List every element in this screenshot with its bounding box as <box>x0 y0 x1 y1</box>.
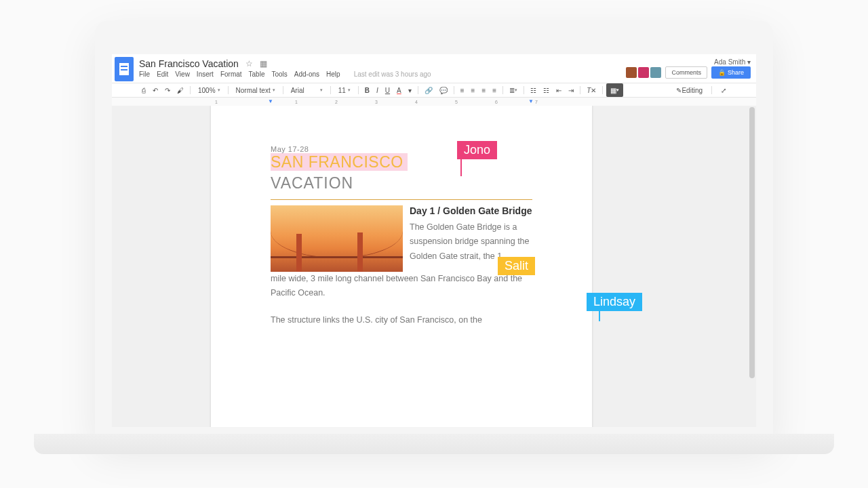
avatar[interactable] <box>650 67 661 78</box>
menu-table[interactable]: Table <box>249 70 265 78</box>
cursor-lindsay <box>599 309 600 321</box>
body-paragraph-1b: mile wide, 3 mile long channel between S… <box>271 272 532 301</box>
laptop-base <box>34 434 834 454</box>
collab-cursor-jono: Jono <box>457 141 497 159</box>
document-area: May 17-28 SAN FRANCISCO VACATION D <box>112 106 756 427</box>
document-title[interactable]: San Francisco Vacation <box>139 58 239 69</box>
numbered-list-icon[interactable]: ☷ <box>528 83 539 97</box>
avatar[interactable] <box>638 67 649 78</box>
bulleted-list-icon[interactable]: ☷ <box>540 83 552 97</box>
font-select[interactable]: Arial▾ <box>287 83 327 97</box>
menu-insert[interactable]: Insert <box>197 70 214 78</box>
link-icon[interactable]: 🔗 <box>422 83 435 97</box>
toolbar: ⎙ ↶ ↷ 🖌 100%▾ Normal text▾ Arial▾ 11▾ B … <box>112 83 756 98</box>
share-button[interactable]: 🔒 Share <box>711 66 751 79</box>
undo-icon[interactable]: ↶ <box>150 83 161 97</box>
lock-icon: 🔒 <box>718 69 726 76</box>
docs-app-icon[interactable] <box>115 57 134 81</box>
style-select[interactable]: Normal text▾ <box>232 83 279 97</box>
highlight-icon[interactable]: ▾ <box>406 83 414 97</box>
last-edit-text: Last edit was 3 hours ago <box>354 70 431 78</box>
folder-icon[interactable]: ▦ <box>260 59 267 68</box>
ruler-left-indent-icon[interactable]: ▼ <box>268 98 273 104</box>
bold-icon[interactable]: B <box>362 83 372 97</box>
paint-format-icon[interactable]: 🖌 <box>174 83 186 97</box>
ruler[interactable]: 1 1 2 3 4 5 6 7 ▼ ▼ <box>112 98 756 106</box>
align-left-icon[interactable]: ≡ <box>458 83 467 97</box>
print-icon[interactable]: ⎙ <box>139 83 149 97</box>
decrease-indent-icon[interactable]: ⇤ <box>553 83 564 97</box>
increase-indent-icon[interactable]: ⇥ <box>566 83 576 97</box>
zoom-select[interactable]: 100%▾ <box>194 83 224 97</box>
account-menu[interactable]: Ada Smith ▾ <box>714 58 751 66</box>
align-justify-icon[interactable]: ≡ <box>490 83 499 97</box>
heading-vacation: VACATION <box>271 174 532 192</box>
italic-icon[interactable]: I <box>374 83 381 97</box>
underline-icon[interactable]: U <box>382 83 393 97</box>
comment-icon[interactable]: 💬 <box>437 83 450 97</box>
menu-tools[interactable]: Tools <box>271 70 287 78</box>
menu-edit[interactable]: Edit <box>157 70 168 78</box>
editing-mode-button[interactable]: ✎ Editing <box>673 87 705 94</box>
heading-sf: SAN FRANCISCO <box>271 153 408 171</box>
redo-icon[interactable]: ↷ <box>162 83 173 97</box>
collaborator-avatars[interactable] <box>626 67 661 78</box>
day-heading: Day 1 / Golden Gate Bridge <box>410 205 532 216</box>
golden-gate-image[interactable] <box>271 205 403 272</box>
collab-cursor-lindsay: Lindsay <box>587 293 642 311</box>
align-center-icon[interactable]: ≡ <box>469 83 478 97</box>
page[interactable]: May 17-28 SAN FRANCISCO VACATION D <box>211 106 592 427</box>
menu-file[interactable]: File <box>139 70 150 78</box>
fontsize-select[interactable]: 11▾ <box>334 83 355 97</box>
text-color-icon[interactable]: A <box>394 83 404 97</box>
expand-icon[interactable]: ⤢ <box>718 87 729 94</box>
avatar[interactable] <box>626 67 637 78</box>
menu-view[interactable]: View <box>175 70 190 78</box>
menu-help[interactable]: Help <box>326 70 340 78</box>
collab-cursor-salit: Salit <box>498 257 535 275</box>
share-label: Share <box>728 69 744 76</box>
cursor-jono <box>460 159 462 176</box>
star-icon[interactable]: ☆ <box>245 59 253 68</box>
menu-format[interactable]: Format <box>220 70 242 78</box>
align-right-icon[interactable]: ≡ <box>479 83 488 97</box>
comments-button[interactable]: Comments <box>665 66 707 79</box>
divider <box>271 199 532 200</box>
line-spacing-icon[interactable]: ≣▾ <box>507 83 520 97</box>
scrollbar[interactable] <box>749 107 755 378</box>
input-tools-icon[interactable]: ▦▾ <box>606 83 623 97</box>
clear-formatting-icon[interactable]: T✕ <box>584 83 599 97</box>
ruler-right-indent-icon[interactable]: ▼ <box>528 98 534 104</box>
menu-addons[interactable]: Add-ons <box>294 70 319 78</box>
body-paragraph-2: The structure links the U.S. city of San… <box>271 313 532 327</box>
